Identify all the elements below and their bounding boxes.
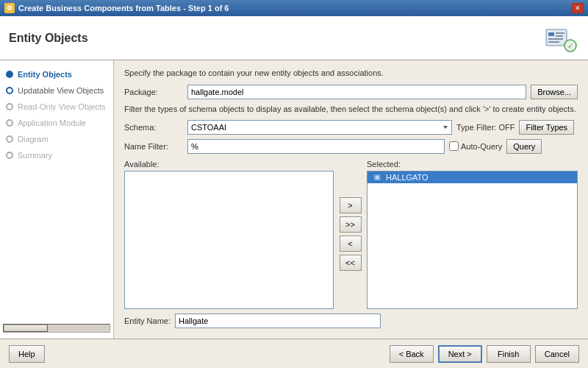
schema-label: Schema: [124,123,183,132]
sidebar-label-updatable: Updatable View Objects [18,86,104,95]
selected-list[interactable]: ▦ HALLGATO [367,171,578,309]
selected-label: Selected: [367,160,578,169]
sidebar-dot-entity [6,71,13,78]
bottom-bar: Help < Back Next > Finish Cancel [0,339,588,368]
svg-rect-5 [548,41,559,43]
sidebar-label-readonly: Read-Only View Objects [18,102,106,111]
step-title: Entity Objects [9,32,88,45]
available-section: Available: [124,160,334,309]
name-filter-row: Name Filter: Auto-Query Query [124,139,578,154]
lists-area: Available: > >> < << [124,160,578,309]
main-container: Entity Objects ✓ Entity Objects [0,16,588,368]
cancel-button[interactable]: Cancel [535,345,579,363]
finish-button[interactable]: Finish [487,345,531,363]
move-right-button[interactable]: > [340,197,362,213]
sidebar-dot-readonly [6,103,13,110]
sidebar: Entity Objects Updatable View Objects Re… [0,60,114,339]
auto-query-checkbox[interactable] [449,141,459,151]
sidebar-scrollbar[interactable] [3,324,110,333]
name-filter-label: Name Filter: [124,142,183,151]
sidebar-label-entity-objects: Entity Objects [18,70,72,79]
available-list[interactable] [124,171,334,309]
selected-section: Selected: ▦ HALLGATO [367,160,578,309]
sidebar-label-summary: Summary [18,151,52,160]
next-button[interactable]: Next > [438,345,482,363]
filter-types-button[interactable]: Filter Types [519,120,574,135]
help-button[interactable]: Help [9,345,45,363]
package-label: Package: [124,88,183,96]
sidebar-dot-summary [6,152,13,159]
browse-button[interactable]: Browse... [531,85,578,99]
entity-name-input[interactable] [175,314,381,328]
name-filter-input[interactable] [187,139,445,154]
svg-rect-4 [548,38,563,40]
svg-text:✓: ✓ [567,42,573,50]
schema-row: Schema: CSTOAAI Type Filter: OFF Filter … [124,120,578,135]
sidebar-dot-updatable [6,87,13,94]
content-area: Entity Objects Updatable View Objects Re… [0,60,588,339]
table-icon: ▦ [372,173,382,182]
svg-rect-0 [546,29,567,46]
move-all-right-button[interactable]: >> [340,216,362,233]
close-button[interactable]: ✕ [572,3,584,13]
package-input[interactable] [187,85,526,99]
title-bar: ⚙ Create Business Components from Tables… [0,0,588,16]
entity-name-row: Entity Name: [124,309,578,331]
back-button[interactable]: < Back [390,345,434,363]
auto-query-label: Auto-Query [449,141,502,151]
list-item-name: HALLGATO [386,173,429,182]
package-row: Package: Browse... [124,85,578,99]
svg-rect-3 [556,35,563,37]
sidebar-item-readonly-view: Read-Only View Objects [0,99,113,115]
step-header: Entity Objects ✓ [0,16,588,60]
sidebar-item-updatable-view[interactable]: Updatable View Objects [0,82,113,99]
sidebar-item-app-module: Application Module [0,115,113,131]
step-icon: ✓ [542,21,579,54]
info-text: Specify the package to contain your new … [124,68,578,79]
schema-select[interactable]: CSTOAAI [187,120,452,135]
window-title: Create Business Components from Tables -… [18,4,229,13]
available-label: Available: [124,160,334,169]
filter-info-text: Filter the types of schema objects to di… [124,104,578,115]
entity-name-label: Entity Name: [124,316,171,325]
move-left-button[interactable]: < [340,236,362,252]
svg-rect-2 [556,32,564,34]
list-item[interactable]: ▦ HALLGATO [368,171,577,183]
move-all-left-button[interactable]: << [340,255,362,271]
window-icon: ⚙ [4,3,15,13]
type-filter-label: Type Filter: OFF [456,123,514,132]
sidebar-item-diagram: Diagram [0,131,113,147]
transfer-buttons: > >> < << [334,160,367,309]
right-panel: Specify the package to contain your new … [114,60,588,339]
svg-rect-1 [548,32,554,36]
sidebar-dot-appmodule [6,119,13,127]
sidebar-scroll-thumb [4,325,48,332]
sidebar-item-entity-objects[interactable]: Entity Objects [0,66,113,82]
query-button[interactable]: Query [506,139,542,154]
sidebar-label-diagram: Diagram [18,135,49,144]
sidebar-label-appmodule: Application Module [18,118,86,127]
sidebar-dot-diagram [6,135,13,143]
sidebar-item-summary: Summary [0,147,113,163]
